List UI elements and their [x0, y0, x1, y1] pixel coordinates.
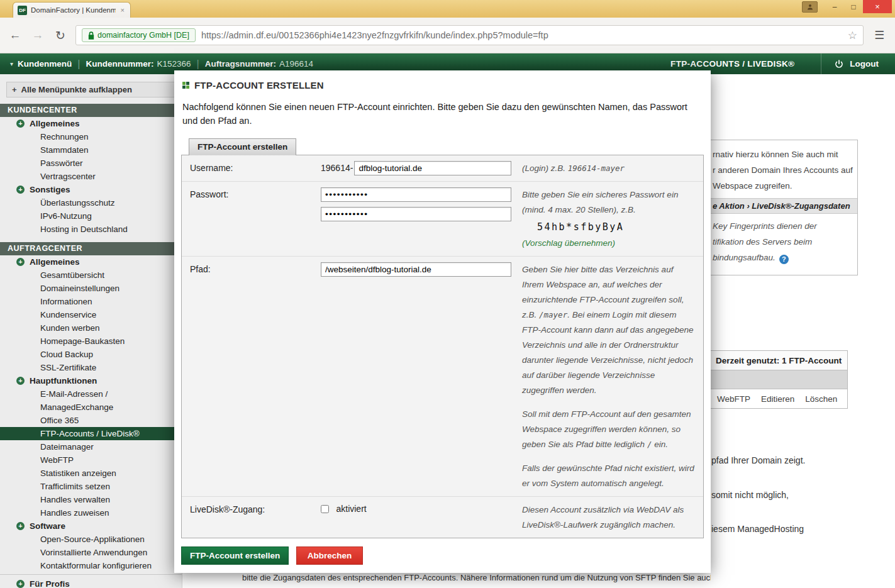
- squares-icon: [182, 82, 189, 89]
- sidebar-item[interactable]: Kontaktformular konfigurieren: [0, 559, 169, 572]
- power-icon: [834, 59, 844, 69]
- sidebar-item[interactable]: Open-Source-Applikationen: [0, 533, 169, 546]
- sidebar-item[interactable]: Passwörter: [0, 157, 169, 170]
- cancel-button[interactable]: Abbrechen: [296, 546, 364, 565]
- sidebar-item[interactable]: Vertragscenter: [0, 170, 169, 183]
- sidebar-item[interactable]: Statistiken anzeigen: [0, 467, 169, 480]
- sidebar-item[interactable]: Überlastungsschutz: [0, 196, 169, 209]
- background-text-fragment: pfad Ihrer Domain zeigt.: [711, 455, 805, 465]
- forward-icon[interactable]: →: [30, 28, 45, 42]
- password-suggestion: 54hb*sfbyByA: [537, 219, 695, 235]
- path-input[interactable]: [321, 262, 511, 277]
- order-number-value: A196614: [279, 59, 313, 69]
- profile-button[interactable]: [802, 1, 818, 13]
- customer-number-label: Kundennummer:: [86, 59, 153, 69]
- tab-ftp-account-erstellen[interactable]: FTP-Account erstellen: [189, 138, 296, 155]
- ftp-create-dialog: FTP-ACCOUNT ERSTELLEN Nachfolgend können…: [174, 70, 711, 573]
- livedisk-action-row[interactable]: e Aktion › LiveDisk®-Zugangsdaten: [711, 198, 857, 214]
- sidebar-group[interactable]: +Software: [0, 519, 182, 533]
- username-hint: (Login) z.B. 196614-mayer: [522, 161, 695, 176]
- sidebar-item[interactable]: Vorinstallierte Anwendungen: [0, 546, 169, 559]
- sidebar-item[interactable]: Gesamtübersicht: [0, 269, 169, 282]
- sidebar-item[interactable]: Kunden werben: [0, 321, 169, 335]
- sidebar-item[interactable]: Domaineinstellungen: [0, 282, 169, 295]
- expand-icon[interactable]: +: [16, 186, 25, 194]
- expand-icon[interactable]: +: [16, 580, 25, 588]
- path-hint: Geben Sie hier bitte das Verzeichnis auf…: [522, 262, 695, 491]
- sidebar-item[interactable]: Trafficlimits setzen: [0, 480, 169, 493]
- ftp-usage-text: Derzeit genutzt: 1 FTP-Account: [716, 356, 842, 365]
- sidebar-item[interactable]: Handles zuweisen: [0, 506, 169, 519]
- password-hint: Bitte geben Sie ein sicheres Passwort ei…: [522, 187, 695, 251]
- address-bar[interactable]: domainfactory GmbH [DE] https://admin.df…: [75, 25, 864, 45]
- info-text-line: rnativ hierzu können Sie auch mit: [711, 140, 857, 162]
- sidebar-item[interactable]: Dateimanager: [0, 440, 169, 453]
- sidebar-item[interactable]: E-Mail-Adressen / ManagedExchange: [0, 387, 169, 414]
- sidebar-item[interactable]: Homepage-Baukasten: [0, 335, 169, 348]
- sidebar-group[interactable]: +Für Profis: [0, 574, 182, 588]
- create-ftp-account-button[interactable]: FTP-Account erstellen: [181, 546, 289, 565]
- expand-icon[interactable]: +: [16, 119, 25, 128]
- sidebar-group[interactable]: +Hauptfunktionen: [0, 374, 182, 387]
- site-favicon-icon: DF: [18, 6, 27, 15]
- password-row: Passwort: Bitte geben Sie ein sicheres P…: [182, 182, 703, 257]
- expand-icon[interactable]: +: [16, 377, 25, 385]
- path-label: Pfad:: [190, 262, 321, 491]
- livedisk-label: LiveDisk®-Zugang:: [190, 502, 321, 533]
- livedisk-checkbox-label[interactable]: aktiviert: [336, 504, 366, 514]
- sidebar-item-selected[interactable]: FTP-Accounts / LiveDisk®: [0, 427, 182, 440]
- delete-link[interactable]: Löschen: [805, 394, 837, 404]
- sidebar-item[interactable]: IPv6-Nutzung: [0, 209, 169, 223]
- password-confirm-input[interactable]: [321, 207, 511, 221]
- sidebar-group[interactable]: +Allgemeines: [0, 117, 182, 130]
- help-icon[interactable]: ?: [779, 255, 789, 264]
- back-icon[interactable]: ←: [8, 28, 23, 42]
- sidebar-item[interactable]: Kundenservice: [0, 308, 169, 321]
- sidebar-item[interactable]: Hosting in Deutschland: [0, 223, 169, 236]
- url-text[interactable]: https://admin.df.eu/00152366phi4e1423nye…: [201, 30, 842, 40]
- window-titlebar: DF DomainFactory | Kundenm × – □ ×: [0, 0, 895, 18]
- tab-close-icon[interactable]: ×: [120, 6, 126, 14]
- password-suggestion-link[interactable]: (Vorschlag übernehmen): [522, 236, 695, 251]
- ftp-account-table: Derzeit genutzt: 1 FTP-Account WebFTP Ed…: [711, 350, 848, 409]
- browser-tab[interactable]: DF DomainFactory | Kundenm ×: [13, 2, 131, 18]
- dialog-buttons: FTP-Account erstellen Abbrechen: [181, 546, 704, 565]
- sidebar-item[interactable]: Cloud Backup: [0, 348, 169, 361]
- sidebar-item[interactable]: Office 365: [0, 414, 169, 427]
- padlock-icon: [88, 31, 94, 40]
- webftp-link[interactable]: WebFTP: [717, 394, 750, 404]
- expand-icon[interactable]: +: [16, 522, 25, 530]
- expand-icon[interactable]: +: [16, 258, 25, 266]
- edit-link[interactable]: Editieren: [761, 394, 794, 404]
- minimize-button[interactable]: –: [825, 0, 844, 13]
- ev-certificate-badge[interactable]: domainfactory GmbH [DE]: [82, 28, 196, 42]
- sidebar-item[interactable]: WebFTP: [0, 453, 169, 467]
- password-input[interactable]: [321, 187, 511, 202]
- plus-icon: +: [12, 85, 17, 94]
- username-prefix: 196614-: [321, 163, 353, 173]
- customer-number-value: K152366: [157, 59, 191, 69]
- livedisk-checkbox[interactable]: [321, 505, 329, 513]
- close-button[interactable]: ×: [863, 0, 892, 13]
- username-input[interactable]: [354, 161, 511, 175]
- info-text-line: r anderen Domain Ihres Accounts auf: [711, 162, 857, 178]
- sidebar-item[interactable]: Handles verwalten: [0, 493, 169, 506]
- logout-button[interactable]: Logout: [821, 53, 885, 74]
- expand-all-menu-button[interactable]: + Alle Menüpunkte aufklappen: [6, 82, 175, 97]
- sidebar-item[interactable]: Informationen: [0, 295, 169, 308]
- logout-label: Logout: [850, 59, 879, 69]
- reload-icon[interactable]: ↻: [53, 28, 68, 43]
- sidebar-item[interactable]: SSL-Zertifikate: [0, 361, 169, 374]
- sidebar-item[interactable]: Rechnungen: [0, 130, 169, 143]
- sidebar-item[interactable]: Stammdaten: [0, 143, 169, 157]
- sidebar-group[interactable]: +Allgemeines: [0, 255, 182, 269]
- chevron-down-icon[interactable]: ▾: [10, 60, 13, 67]
- customer-menu-button[interactable]: Kundenmenü: [18, 59, 72, 69]
- bookmark-star-icon[interactable]: ☆: [848, 29, 857, 42]
- livedisk-hint: Diesen Account zusätzlich via WebDAV als…: [522, 502, 695, 533]
- expand-all-label: Alle Menüpunkte aufklappen: [21, 85, 132, 94]
- order-number-label: Auftragsnummer:: [205, 59, 276, 69]
- sidebar-group[interactable]: +Sonstiges: [0, 183, 182, 196]
- browser-menu-icon[interactable]: ☰: [871, 28, 887, 42]
- maximize-button[interactable]: □: [844, 0, 863, 13]
